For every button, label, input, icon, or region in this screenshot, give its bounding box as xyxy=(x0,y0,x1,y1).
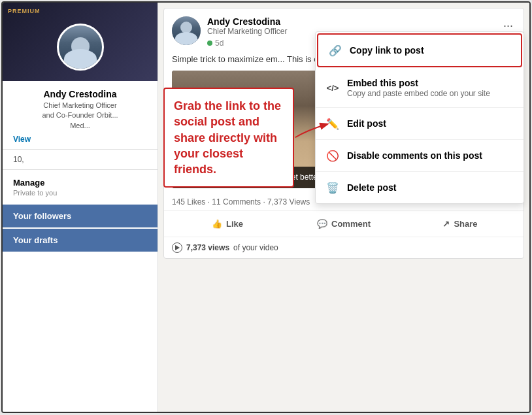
share-button[interactable]: ↗ Share xyxy=(402,214,518,234)
comment-button[interactable]: 💬 Comment xyxy=(286,214,402,234)
post-actions: 👍 Like 💬 Comment ↗ Share xyxy=(164,211,524,237)
disable-comments-label: Disable comments on this post xyxy=(347,150,513,161)
sidebar-manage-subtitle: Private to you xyxy=(13,189,147,197)
menu-item-disable-comments[interactable]: 🚫 Disable comments on this post xyxy=(316,140,524,172)
delete-label: Delete post xyxy=(347,182,513,193)
online-indicator xyxy=(207,41,212,46)
comment-icon: 💬 xyxy=(317,219,327,229)
sidebar-user-name: Andy Crestodina xyxy=(13,89,147,99)
sidebar-nav: Your followers Your drafts xyxy=(3,205,158,252)
views-suffix: of your video xyxy=(233,243,278,252)
context-menu: 🔗 Copy link to post </> Embed this post … xyxy=(315,31,524,204)
sidebar-user-title: Chief Marketing Officerand Co-Founder Or… xyxy=(13,101,147,131)
sidebar-user-info: Andy Crestodina Chief Marketing Officera… xyxy=(3,81,158,150)
sidebar-manage-title: Manage xyxy=(13,178,147,188)
menu-item-embed[interactable]: </> Embed this post Copy and paste embed… xyxy=(316,69,524,108)
post-footer: 7,373 views of your video xyxy=(164,237,524,258)
like-icon: 👍 xyxy=(212,219,222,229)
menu-item-edit[interactable]: ✏️ Edit post xyxy=(316,108,524,140)
sidebar-manage-section: Manage Private to you xyxy=(3,170,158,199)
delete-icon: 🗑️ xyxy=(326,181,339,194)
views-play-icon xyxy=(172,242,182,253)
embed-subtitle: Copy and paste embed code on your site xyxy=(347,89,513,98)
embed-label: Embed this post xyxy=(347,78,513,88)
post-avatar xyxy=(172,16,201,45)
menu-item-delete[interactable]: 🗑️ Delete post xyxy=(316,172,524,203)
copy-link-icon: 🔗 xyxy=(329,44,342,57)
copy-link-label: Copy link to post xyxy=(350,45,510,56)
views-count: 7,373 views xyxy=(186,243,229,252)
post-user-name: Andy Crestodina xyxy=(207,16,501,27)
embed-icon: </> xyxy=(326,82,339,95)
post-time: 5d xyxy=(215,39,224,48)
edit-label: Edit post xyxy=(347,118,513,129)
sidebar-header: PREMIUM xyxy=(3,3,158,81)
sidebar-item-followers[interactable]: Your followers xyxy=(3,205,158,227)
sidebar-view-link[interactable]: View xyxy=(13,135,147,144)
share-icon: ↗ xyxy=(442,219,450,229)
sidebar-stats: 10, xyxy=(3,150,158,170)
avatar xyxy=(57,24,104,71)
sidebar: PREMIUM Andy Crestodina Chief Marketing … xyxy=(3,3,158,412)
annotation-text: Grab the link to the social post and sha… xyxy=(174,98,284,177)
annotation-arrow xyxy=(293,120,332,140)
menu-item-copy-link[interactable]: 🔗 Copy link to post xyxy=(317,33,522,67)
disable-comments-icon: 🚫 xyxy=(326,149,339,162)
like-label: Like xyxy=(226,219,243,229)
sidebar-item-drafts[interactable]: Your drafts xyxy=(3,229,158,252)
annotation-box: Grab the link to the social post and sha… xyxy=(163,88,294,188)
share-label: Share xyxy=(454,219,477,229)
main-content: Andy Crestodina Chief Marketing Officer … xyxy=(158,3,529,412)
like-button[interactable]: 👍 Like xyxy=(169,214,286,234)
app-window: PREMIUM Andy Crestodina Chief Marketing … xyxy=(1,1,531,413)
premium-badge: PREMIUM xyxy=(8,8,41,14)
comment-label: Comment xyxy=(331,219,371,229)
